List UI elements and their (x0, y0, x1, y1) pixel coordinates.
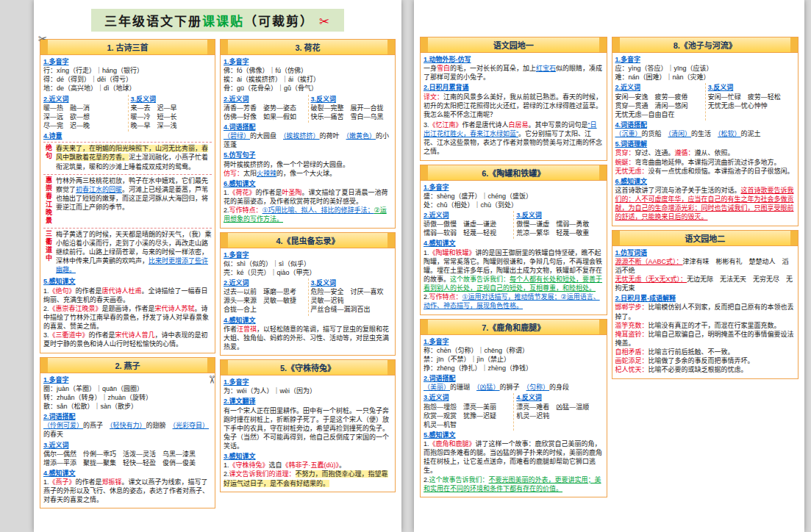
text-line: 暖—热 融—消 (43, 104, 125, 112)
text-segment: 1. (424, 440, 429, 447)
block-label-text: 4.感知课文 (224, 317, 256, 324)
section-box: 2. 燕子1.多音字圈：juàn（羊圈）｜quān（圆圈）转：zhuǎn（转身）… (40, 357, 215, 509)
text-segment: 机灵—机智 (424, 421, 457, 428)
section-box: 6.《陶罐和铁罐》1.多音字盛：shèng（盛开）｜chéng（盛饭）处：chǔ… (420, 165, 607, 315)
poem-title: 惠崇春江晚景 (43, 176, 53, 225)
block-label-text: 2.近义词 (43, 96, 69, 103)
text-segment: 郑振铎 (102, 478, 122, 486)
text-line: 挣：zhēng（挣扎）｜zhèng（挣钱） (424, 364, 604, 373)
section-title: 7.《鹿角和鹿腿》 (421, 320, 607, 335)
block-label-text: 6.感知课文 (615, 178, 648, 185)
block-label-text: 2.课文翻译 (224, 398, 256, 405)
text-line: 似：shì（似的）｜sì（似乎） (224, 259, 392, 268)
text-segment: 的春天 (43, 431, 63, 438)
text-line: 盛：shèng（盛开）｜chéng（盛饭） (424, 192, 604, 201)
text-segment: 傲慢—谦虚 懦弱—勇敢 (516, 220, 589, 228)
text-segment: 初春江水的回暖 (76, 186, 122, 193)
pair-block: 2.近义词安闲—安逸 疲劳—疲倦贯穿—贯通 清闲—悠闲无忧无虑—自由自在3.反义… (615, 83, 796, 121)
block-label-text: 1.仿写词语 (615, 249, 648, 256)
pair-column: 3.反义词破裂—完整 展开—合拢快乐—痛苦 雪白—乌黑 (308, 95, 393, 123)
text-line: 过去—以前 琢磨—思考 (224, 287, 305, 296)
content-block: 2.近义词清香—芳香 姿势—姿态仿佛—好像 如果—假如 (224, 95, 305, 121)
text-line: 安闲—安逸 疲劳—疲倦 (615, 93, 702, 101)
block-label-text: 5.仿写句子 (224, 151, 256, 159)
content-block: 4.感知课文1.《陶罐和铁罐》讲的是国王御厨里的铁罐自恃坚硬，瞧不起陶罐，常常奚… (424, 239, 604, 310)
content-block: 4.反义词漂亮—难看 凶猛—温顺机灵—迟钝 (516, 393, 603, 420)
text-line: 圈：juàn（羊圈）｜quān（圆圈） (43, 384, 212, 393)
text-segment: 3. (424, 121, 429, 129)
scissors-icon: ✂ (205, 375, 218, 385)
section-title: 3. 荷花 (221, 40, 395, 55)
text-segment: （伶俐可爱） (43, 422, 83, 429)
block-label: 5.仿写句子 (224, 151, 392, 159)
text-line: 漂亮—难看 凶猛—温顺 (516, 403, 603, 411)
text-segment: 比喻不必要的或缺乏根据的忧虑。 (649, 366, 748, 373)
block-label-text: 5.感知课文 (424, 431, 456, 439)
text-line: 2.写作特点：①运用对话描写，推动情节发展；②运用语言、动作、神态描写，展现角色… (424, 292, 604, 310)
text-line: 一身雪白的毛，一对长长的耳朵，加上红宝石似的眼睛，凑成了那样可爱的小兔子。 (424, 64, 604, 82)
content-block: 2.近义词过去—以前 琢磨—思考源头—来源 灵敏—敏捷合拢—合上 (224, 278, 305, 314)
block-label: 5.感知课文 (424, 431, 604, 439)
text-segment: 自相矛盾： (615, 348, 649, 356)
content-block: 1.多音字称：chèn（匀称）｜chēng（称谓）禁：jīn（不禁）｜jìn（禁… (424, 337, 604, 373)
text-line: 行：xíng（行走）｜háng（银行） (43, 66, 212, 75)
text-segment: 选自 (269, 461, 282, 469)
text-segment: 的作者是 (76, 287, 102, 295)
block-label-text: 4.词语搭配 (615, 121, 648, 129)
content-block: 2.日积月累-成语解释邯郸学步：比喻模仿别人不到家，反而把自己原有的本领也丢掉了… (615, 294, 796, 374)
block-label-text: 2.近义词 (424, 212, 449, 219)
text-line: 灵敏—迟钝 (311, 296, 393, 305)
text-segment: 来—去 迟—早 (131, 104, 177, 112)
block-label: 1.多音字 (43, 57, 212, 66)
block-label-text: 5.词语理解 (615, 140, 648, 148)
block-label-text: 4.感知课文 (43, 470, 76, 477)
text-segment: 的作者是 (256, 189, 282, 196)
block-label-text: 1.多音字 (43, 58, 69, 65)
text-segment: 宋代诗人苏轼 (155, 305, 195, 312)
text-segment: 仿写： (224, 170, 243, 177)
section-body: 1.多音字行：xíng（行走）｜háng（银行）得：dé（得到）｜děi（得亏）… (40, 55, 215, 353)
text-segment: 骄傲—傲慢 谦虚—谦逊 (424, 220, 496, 228)
text-segment: 《陶罐和铁罐》 (429, 249, 476, 256)
content-block: 3.反义词危险—安全 讨厌—喜欢灵敏—迟钝严丝合缝—漏洞百出 (311, 278, 393, 314)
text-segment: 掩耳盗铃： (615, 331, 649, 338)
pair-block: 2.近义词过去—以前 琢磨—思考源头—来源 灵敏—敏捷合拢—合上3.反义词危险—… (224, 278, 392, 316)
content-block: 3.反义词安闲—忙碌 疲劳—轻松无忧无虑—忧心忡忡 (708, 83, 795, 109)
text-line: 仿写：太阳火辣辣的，像一个大火球。 (224, 169, 392, 178)
text-segment: 人不可虚度年华，应当在自己的有生之年为社会多做贡献，为自己的生命增添光彩；同时也… (615, 195, 794, 220)
page-right-inner: 语文园地一1.动物外形-仿写一身雪白的毛，一对长长的耳朵，加上红宝石似的眼睛，凑… (414, 0, 804, 501)
page-right-columns: 语文园地一1.动物外形-仿写一身雪白的毛，一对长长的耳朵，加上红宝石似的眼睛，凑… (420, 37, 799, 501)
text-segment: 1. (224, 189, 229, 196)
text-line: 来—去 迟—早 (131, 104, 212, 112)
text-segment: 暖—冷 短—长 (131, 113, 177, 121)
text-line: 2.课文告诉我们的道理：不努力，而抱侥幸心理，指望靠好运气过日子，是不会有好结果… (224, 470, 392, 487)
block-label: 3.感知课文 (224, 452, 392, 461)
pair-column: 3.反义词危险—安全 讨厌—喜欢灵敏—迟钝严丝合缝—漏洞百出 (308, 278, 393, 316)
text-line: 禁：jīn（不禁）｜jìn（禁止） (424, 355, 604, 364)
block-label: 6.感知课文 (224, 179, 392, 188)
text-line: 尽—完 迟—晚 (43, 121, 125, 130)
block-label: 4.感知课文 (424, 239, 604, 248)
text-segment: 难：nán（困难）｜nàn（灾难） (615, 73, 710, 81)
text-line: 1.《荷花》的作者是叶圣陶。课文描绘了夏日清晨一池荷花的美丽姿态，及作者欣赏荷花… (224, 188, 392, 206)
section-body: 1.多音字盛：shèng（盛开）｜chéng（盛饭）处：chǔ（相处）｜chù（… (421, 181, 607, 314)
text-segment: 过去—以前 琢磨—思考 (224, 288, 296, 295)
text-segment: 为：wéi（为人）｜wèi（因为） (224, 387, 316, 395)
text-line: 贯穿—贯通 清闲—悠闲 (615, 101, 702, 110)
content-block: 1.动物外形-仿写一身雪白的毛，一对长长的耳朵，加上红宝石似的眼睛，凑成了那样可… (424, 55, 604, 82)
text-line: 贯穿：穿过、连通。遵循：遵从、依照。 (615, 148, 796, 157)
poem-title: 三衢道中 (43, 230, 53, 275)
block-label: 2.词语搭配 (424, 374, 604, 383)
content-block: 5.感知课文1.《绝句》的作者是唐代诗人杜甫。全诗描绘了一幅春日绚丽、充满生机的… (43, 277, 212, 348)
section-title: 8.《池子与河流》 (612, 37, 799, 53)
text-line: 荷叶挨挨挤挤的，像一个个碧绿的大圆盘。 (224, 160, 392, 169)
text-segment: 《荷花》 (229, 189, 256, 196)
text-line: 深—远 欲—想 (43, 112, 125, 121)
pair-block: 2.近义词清香—芳香 姿势—姿态仿佛—好像 如果—假如3.反义词破裂—完整 展开… (224, 95, 392, 123)
text-segment: 的作者是 (76, 478, 102, 486)
text-segment: 应：yìng（答应）｜yīng（应该） (615, 65, 713, 72)
block-label: 1.多音字 (224, 57, 392, 66)
page-column: 语文园地一1.动物外形-仿写一身雪白的毛，一对长长的耳朵，加上红宝石似的眼睛，凑… (420, 37, 607, 501)
section-body: 1.多音字似：shì（似的）｜sì（似乎）壳：ké（贝壳）｜qiào（甲壳）2.… (221, 248, 395, 356)
text-line: 1.《燕子》的作者是郑振铎。课文以燕子为线索，描写了燕子的外形以及飞行、休息的姿… (43, 478, 212, 504)
